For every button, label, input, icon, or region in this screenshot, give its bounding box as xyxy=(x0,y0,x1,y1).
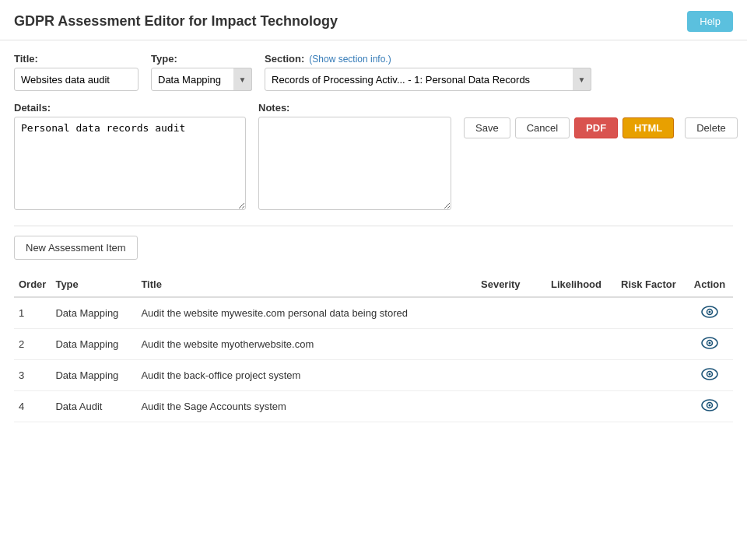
col-header-order: Order xyxy=(14,272,51,297)
col-header-title: Title xyxy=(136,272,476,297)
notes-group: Notes: xyxy=(258,102,451,210)
section-label: Section: xyxy=(265,53,304,65)
table-header-row: Order Type Title Severity Likelihood Ris… xyxy=(14,272,733,297)
assessment-table: Order Type Title Severity Likelihood Ris… xyxy=(14,272,733,422)
col-header-type: Type xyxy=(51,272,136,297)
delete-button[interactable]: Delete xyxy=(685,117,738,138)
cell-action[interactable] xyxy=(686,297,733,329)
notes-label: Notes: xyxy=(258,102,451,114)
notes-textarea[interactable] xyxy=(258,117,451,210)
cell-type: Data Mapping xyxy=(51,360,136,391)
cell-riskfactor xyxy=(616,297,686,329)
title-label: Title: xyxy=(14,53,139,65)
cell-likelihood xyxy=(546,360,616,391)
svg-point-11 xyxy=(709,404,711,407)
cell-likelihood xyxy=(546,391,616,422)
cell-type: Data Mapping xyxy=(51,297,136,329)
form-section: Title: Type: Data Mapping Data Audit Ris… xyxy=(0,40,747,218)
col-header-severity: Severity xyxy=(476,272,546,297)
cell-severity xyxy=(476,297,546,329)
cell-order: 3 xyxy=(14,360,51,391)
cell-title: Audit the website myotherwebsite.com xyxy=(136,329,476,360)
section-group: Section: (Show section info.) Records of… xyxy=(265,53,591,91)
type-group: Type: Data Mapping Data Audit Risk Asses… xyxy=(151,53,252,91)
view-icon[interactable] xyxy=(701,399,718,411)
svg-point-5 xyxy=(709,342,711,345)
col-header-action: Action xyxy=(686,272,733,297)
cell-title: Audit the website mywesite.com personal … xyxy=(136,297,476,329)
fields-row: Title: Type: Data Mapping Data Audit Ris… xyxy=(14,53,733,91)
table-row: 3Data MappingAudit the back-office proje… xyxy=(14,360,733,391)
new-assessment-item-button[interactable]: New Assessment Item xyxy=(14,236,138,260)
details-group: Details: Personal data records audit xyxy=(14,102,246,210)
action-buttons: Save Cancel PDF HTML Delete xyxy=(464,102,738,138)
cell-type: Data Audit xyxy=(51,391,136,422)
cell-action[interactable] xyxy=(686,329,733,360)
help-button[interactable]: Help xyxy=(687,11,733,32)
cancel-button[interactable]: Cancel xyxy=(515,117,570,138)
save-button[interactable]: Save xyxy=(464,117,510,138)
view-icon[interactable] xyxy=(701,306,718,318)
cell-likelihood xyxy=(546,297,616,329)
cell-action[interactable] xyxy=(686,391,733,422)
cell-severity xyxy=(476,360,546,391)
details-label: Details: xyxy=(14,102,246,114)
title-input[interactable] xyxy=(14,68,139,91)
details-notes-buttons-row: Details: Personal data records audit Not… xyxy=(14,102,733,210)
divider xyxy=(14,226,733,226)
details-textarea[interactable]: Personal data records audit xyxy=(14,117,246,210)
cell-severity xyxy=(476,391,546,422)
cell-type: Data Mapping xyxy=(51,329,136,360)
cell-riskfactor xyxy=(616,360,686,391)
html-button[interactable]: HTML xyxy=(622,117,674,138)
cell-riskfactor xyxy=(616,391,686,422)
cell-order: 4 xyxy=(14,391,51,422)
cell-severity xyxy=(476,329,546,360)
cell-action[interactable] xyxy=(686,360,733,391)
type-select[interactable]: Data Mapping Data Audit Risk Assessment xyxy=(151,68,252,91)
col-header-riskfactor: Risk Factor xyxy=(616,272,686,297)
page-header: GDPR Assessment Editor for Impact Techno… xyxy=(0,0,747,40)
show-section-link[interactable]: (Show section info.) xyxy=(309,54,391,65)
title-group: Title: xyxy=(14,53,139,91)
pdf-button[interactable]: PDF xyxy=(574,117,618,138)
cell-riskfactor xyxy=(616,329,686,360)
section-select-wrapper: Records of Processing Activ... - 1: Pers… xyxy=(265,68,591,91)
view-icon[interactable] xyxy=(701,368,718,380)
type-select-wrapper: Data Mapping Data Audit Risk Assessment … xyxy=(151,68,252,91)
cell-title: Audit the Sage Accounts system xyxy=(136,391,476,422)
view-icon[interactable] xyxy=(701,337,718,349)
type-label: Type: xyxy=(151,53,252,65)
cell-order: 2 xyxy=(14,329,51,360)
col-header-likelihood: Likelihood xyxy=(546,272,616,297)
svg-point-8 xyxy=(709,373,711,376)
table-row: 2Data MappingAudit the website myotherwe… xyxy=(14,329,733,360)
table-row: 4Data AuditAudit the Sage Accounts syste… xyxy=(14,391,733,422)
table-row: 1Data MappingAudit the website mywesite.… xyxy=(14,297,733,329)
section-select[interactable]: Records of Processing Activ... - 1: Pers… xyxy=(265,68,591,91)
assessment-section: New Assessment Item Order Type Title Sev… xyxy=(0,236,747,422)
cell-title: Audit the back-office project system xyxy=(136,360,476,391)
cell-likelihood xyxy=(546,329,616,360)
section-label-row: Section: (Show section info.) xyxy=(265,53,591,65)
svg-point-2 xyxy=(709,311,711,313)
page-title: GDPR Assessment Editor for Impact Techno… xyxy=(14,13,687,30)
cell-order: 1 xyxy=(14,297,51,329)
